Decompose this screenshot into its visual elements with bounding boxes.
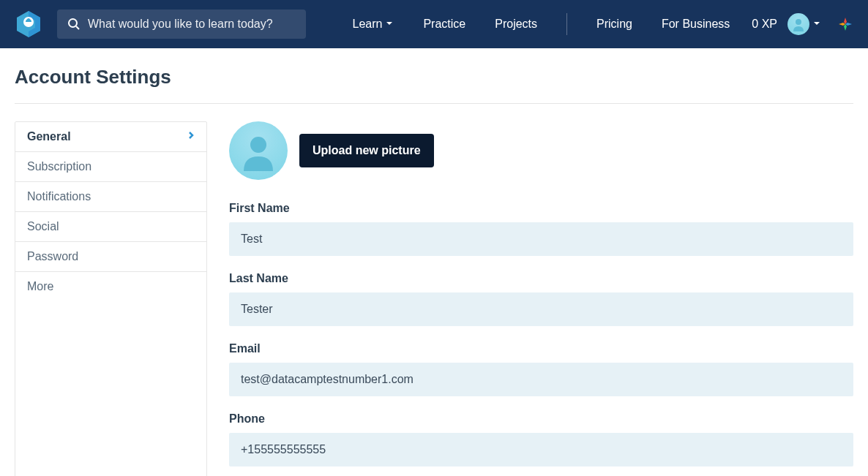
nav-practice[interactable]: Practice <box>423 18 465 31</box>
nav-projects[interactable]: Projects <box>495 18 537 31</box>
upload-picture-button[interactable]: Upload new picture <box>299 134 434 167</box>
sidebar-item-label: Notifications <box>27 190 91 203</box>
nav-business[interactable]: For Business <box>662 18 730 31</box>
nav-links: Learn Practice Projects Pricing For Busi… <box>353 13 730 35</box>
nav-pricing[interactable]: Pricing <box>596 18 632 31</box>
chevron-right-icon <box>187 130 195 143</box>
last-name-label: Last Name <box>229 272 853 285</box>
nav-learn-label: Learn <box>353 18 383 31</box>
svg-line-5 <box>76 26 79 29</box>
first-name-input[interactable] <box>229 222 853 256</box>
search-input[interactable] <box>88 18 296 31</box>
sidebar-item-label: Password <box>27 250 78 263</box>
chevron-down-icon <box>385 18 394 31</box>
last-name-group: Last Name <box>229 272 853 326</box>
nav-right: 0 XP <box>752 13 853 35</box>
sidebar-item-label: General <box>27 130 71 143</box>
nav-pricing-label: Pricing <box>596 18 632 31</box>
nav-practice-label: Practice <box>423 18 465 31</box>
svg-point-4 <box>69 19 77 27</box>
sidebar-item-label: Subscription <box>27 160 91 173</box>
chevron-down-icon <box>812 18 821 31</box>
search-icon <box>67 18 81 31</box>
sidebar-item-social[interactable]: Social <box>15 212 206 242</box>
nav-divider <box>566 13 567 35</box>
phone-input[interactable] <box>229 433 853 466</box>
logo[interactable] <box>15 10 42 38</box>
last-name-input[interactable] <box>229 292 853 326</box>
search-box[interactable] <box>57 10 306 39</box>
user-menu[interactable] <box>787 13 821 35</box>
sidebar-item-subscription[interactable]: Subscription <box>15 152 206 182</box>
sidebar-item-password[interactable]: Password <box>15 242 206 272</box>
title-divider <box>15 103 853 104</box>
sidebar-item-notifications[interactable]: Notifications <box>15 182 206 212</box>
nav-business-label: For Business <box>662 18 730 31</box>
top-navbar: Learn Practice Projects Pricing For Busi… <box>0 0 868 48</box>
nav-projects-label: Projects <box>495 18 537 31</box>
settings-layout: General Subscription Notifications Socia… <box>15 121 853 476</box>
email-group: Email <box>229 342 853 396</box>
sidebar-item-label: Social <box>27 220 59 233</box>
phone-group: Phone <box>229 412 853 466</box>
first-name-group: First Name <box>229 202 853 256</box>
svg-point-6 <box>796 19 801 25</box>
settings-main: Upload new picture First Name Last Name … <box>229 121 853 476</box>
sidebar-item-more[interactable]: More <box>15 272 206 301</box>
sidebar-item-general[interactable]: General <box>15 122 206 152</box>
avatar-large-icon <box>229 121 288 180</box>
extension-icon[interactable] <box>837 16 853 32</box>
xp-indicator: 0 XP <box>752 18 777 31</box>
sidebar-item-label: More <box>27 280 53 293</box>
first-name-label: First Name <box>229 202 853 215</box>
page-title: Account Settings <box>15 66 853 88</box>
svg-point-3 <box>27 18 30 21</box>
page-content: Account Settings General Subscription No… <box>0 48 868 476</box>
phone-label: Phone <box>229 412 853 426</box>
svg-point-7 <box>250 137 266 153</box>
settings-sidebar: General Subscription Notifications Socia… <box>15 121 207 476</box>
avatar-row: Upload new picture <box>229 121 853 180</box>
avatar-small-icon <box>787 13 809 35</box>
nav-learn[interactable]: Learn <box>353 18 394 31</box>
email-label: Email <box>229 342 853 355</box>
email-input[interactable] <box>229 363 853 396</box>
